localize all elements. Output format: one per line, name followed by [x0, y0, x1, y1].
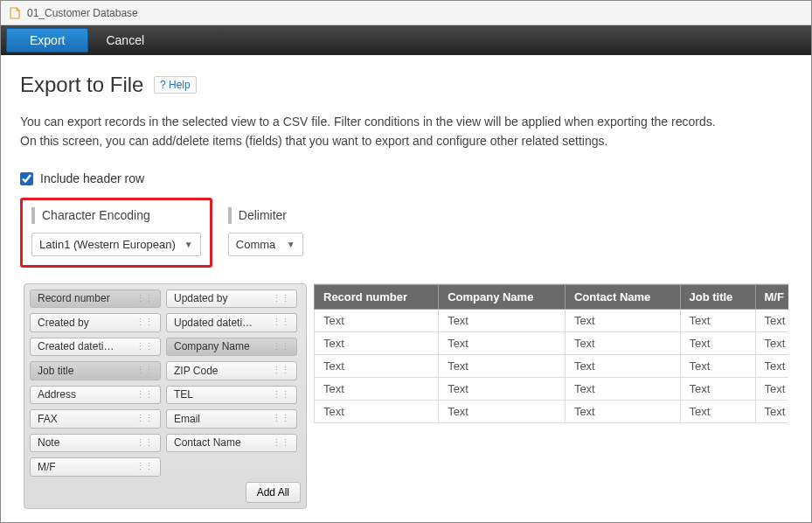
- field-item-label: Updated by: [174, 292, 227, 304]
- table-row: TextTextTextTextText: [315, 400, 789, 422]
- field-item-label: FAX: [38, 413, 58, 425]
- table-cell: Text: [565, 400, 680, 422]
- table-cell: Text: [439, 331, 566, 354]
- add-all-button[interactable]: Add All: [246, 482, 301, 503]
- cancel-button[interactable]: Cancel: [92, 29, 158, 52]
- encoding-select[interactable]: Latin1 (Western European) ▼: [31, 233, 201, 256]
- page-description: You can export records in the selected v…: [20, 113, 792, 150]
- drag-grip-icon: ⋮⋮: [135, 461, 153, 472]
- table-cell: Text: [755, 309, 788, 331]
- table-cell: Text: [439, 400, 566, 422]
- table-cell: Text: [565, 331, 680, 354]
- field-item[interactable]: M/F⋮⋮: [30, 457, 161, 477]
- drag-grip-icon: ⋮⋮: [272, 437, 289, 449]
- table-cell: Text: [680, 400, 755, 422]
- desc-line-2: On this screen, you can add/delete items…: [20, 134, 607, 148]
- field-item[interactable]: Updated by⋮⋮: [166, 289, 297, 309]
- page-title: Export to File: [20, 73, 143, 97]
- export-button[interactable]: Export: [6, 28, 88, 52]
- help-link[interactable]: ? Help: [154, 76, 197, 94]
- table-cell: Text: [755, 331, 788, 354]
- encoding-label: Character Encoding: [31, 207, 201, 223]
- table-cell: Text: [439, 377, 566, 400]
- field-item[interactable]: FAX⋮⋮: [30, 409, 161, 429]
- table-row: TextTextTextTextText: [315, 309, 789, 331]
- drag-grip-icon: ⋮⋮: [272, 389, 289, 401]
- column-header[interactable]: Company Name: [439, 284, 566, 309]
- field-item-label: Created dateti…: [38, 340, 114, 352]
- chevron-down-icon: ▼: [184, 240, 193, 249]
- encoding-value: Latin1 (Western European): [39, 238, 176, 251]
- field-item-label: Contact Name: [174, 436, 241, 449]
- chevron-down-icon: ▼: [287, 240, 295, 249]
- drag-grip-icon: ⋮⋮: [272, 365, 289, 376]
- drag-grip-icon: ⋮⋮: [135, 413, 153, 424]
- field-item[interactable]: Job title⋮⋮: [30, 361, 161, 380]
- action-toolbar: Export Cancel: [1, 25, 811, 55]
- field-item[interactable]: Company Name⋮⋮: [166, 338, 297, 357]
- field-item-label: Note: [38, 436, 59, 449]
- drag-grip-icon: ⋮⋮: [272, 341, 289, 352]
- field-item[interactable]: Contact Name⋮⋮: [166, 434, 297, 453]
- column-header[interactable]: Job title: [680, 284, 755, 309]
- field-item[interactable]: Created by⋮⋮: [30, 313, 161, 332]
- drag-grip-icon: ⋮⋮: [135, 341, 153, 352]
- column-header[interactable]: Record number: [315, 284, 439, 309]
- table-cell: Text: [755, 400, 788, 422]
- drag-grip-icon: ⋮⋮: [272, 293, 289, 304]
- table-cell: Text: [439, 354, 566, 377]
- app-icon: [8, 6, 22, 20]
- table-cell: Text: [680, 354, 755, 377]
- field-item-label: ZIP Code: [174, 365, 218, 377]
- field-item-label: Company Name: [174, 340, 250, 352]
- delimiter-select[interactable]: Comma ▼: [228, 233, 303, 256]
- include-header-checkbox[interactable]: [20, 172, 33, 185]
- table-row: TextTextTextTextText: [315, 354, 789, 377]
- field-item-label: Address: [38, 388, 76, 401]
- drag-grip-icon: ⋮⋮: [272, 413, 289, 424]
- field-picker-panel: Record number⋮⋮Updated by⋮⋮Created by⋮⋮U…: [24, 283, 307, 509]
- table-row: TextTextTextTextText: [315, 331, 789, 354]
- table-cell: Text: [315, 377, 439, 400]
- include-header-label: Include header row: [40, 171, 144, 185]
- field-item-label: Record number: [38, 292, 110, 304]
- table-cell: Text: [565, 377, 680, 400]
- table-cell: Text: [315, 331, 439, 354]
- field-item[interactable]: TEL⋮⋮: [166, 386, 297, 405]
- window-title: 01_Customer Database: [27, 7, 138, 19]
- window-titlebar: 01_Customer Database: [1, 1, 811, 25]
- field-item[interactable]: Address⋮⋮: [30, 386, 161, 405]
- field-item[interactable]: Note⋮⋮: [30, 434, 161, 453]
- drag-grip-icon: ⋮⋮: [135, 437, 153, 449]
- drag-grip-icon: ⋮⋮: [272, 317, 289, 328]
- drag-grip-icon: ⋮⋮: [135, 389, 153, 401]
- delimiter-label: Delimiter: [228, 207, 303, 223]
- field-item-label: Created by: [38, 317, 89, 329]
- field-item[interactable]: Email⋮⋮: [166, 409, 297, 429]
- field-item[interactable]: Record number⋮⋮: [30, 289, 161, 309]
- table-cell: Text: [755, 354, 788, 377]
- table-cell: Text: [565, 354, 680, 377]
- encoding-highlight: Character Encoding Latin1 (Western Europ…: [20, 198, 212, 267]
- drag-grip-icon: ⋮⋮: [135, 365, 153, 376]
- table-cell: Text: [315, 354, 439, 377]
- delimiter-value: Comma: [236, 238, 276, 251]
- field-item[interactable]: Created dateti…⋮⋮: [30, 338, 161, 357]
- preview-table: Record numberCompany NameContact NameJob…: [314, 284, 788, 423]
- column-header[interactable]: M/F: [755, 284, 788, 309]
- table-cell: Text: [315, 309, 439, 331]
- field-item-label: Job title: [38, 365, 73, 377]
- field-item-label: M/F: [38, 461, 56, 473]
- table-cell: Text: [680, 377, 755, 400]
- desc-line-1: You can export records in the selected v…: [20, 115, 716, 129]
- table-cell: Text: [680, 309, 755, 331]
- preview-table-wrap[interactable]: Record numberCompany NameContact NameJob…: [314, 283, 788, 509]
- field-item[interactable]: Updated dateti…⋮⋮: [166, 313, 297, 332]
- drag-grip-icon: ⋮⋮: [135, 293, 153, 304]
- field-item[interactable]: ZIP Code⋮⋮: [166, 361, 297, 380]
- column-header[interactable]: Contact Name: [565, 284, 680, 309]
- table-cell: Text: [680, 331, 755, 354]
- table-cell: Text: [439, 309, 566, 331]
- field-item-label: Email: [174, 413, 200, 425]
- field-grid: Record number⋮⋮Updated by⋮⋮Created by⋮⋮U…: [30, 289, 301, 477]
